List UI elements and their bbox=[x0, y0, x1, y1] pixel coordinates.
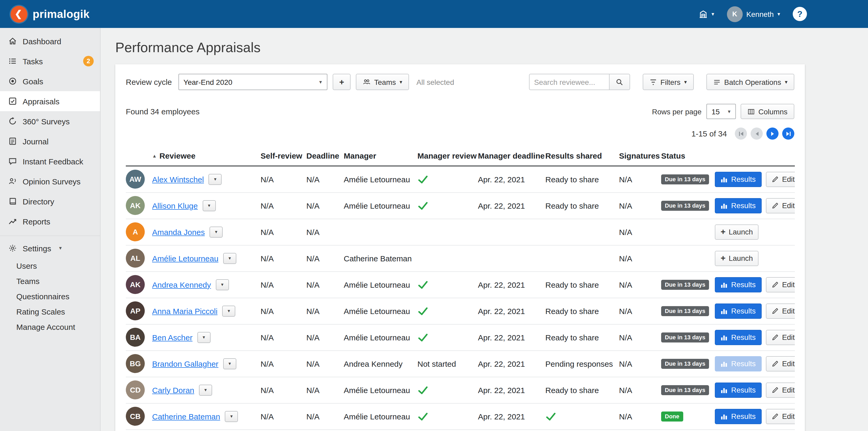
sidebar-item-dashboard[interactable]: Dashboard bbox=[0, 31, 100, 51]
reviewee-link[interactable]: Alex Wintschel bbox=[152, 175, 204, 184]
edit-button[interactable]: Edit bbox=[766, 382, 795, 398]
first-page-button[interactable] bbox=[735, 127, 747, 140]
sidebar-item-settings[interactable]: Settings ▾ bbox=[0, 238, 100, 258]
sidebar-item-appraisals[interactable]: Appraisals bbox=[0, 91, 100, 111]
sidebar-item-reports[interactable]: Reports bbox=[0, 211, 100, 231]
header-reviewee[interactable]: ▲Reviewee bbox=[152, 147, 260, 166]
teams-filter-button[interactable]: Teams ▾ bbox=[356, 74, 409, 90]
brand-logo[interactable]: ❮ primalogik bbox=[10, 5, 100, 22]
people-icon bbox=[363, 78, 371, 86]
results-button[interactable]: Results bbox=[715, 303, 762, 318]
last-page-button[interactable] bbox=[782, 127, 794, 140]
self-review-cell: N/A bbox=[260, 192, 306, 219]
sidebar-item-users[interactable]: Users bbox=[0, 258, 100, 274]
green-check-icon bbox=[545, 411, 556, 422]
edit-button[interactable]: Edit bbox=[766, 198, 795, 213]
batch-operations-button[interactable]: Batch Operations ▾ bbox=[706, 74, 794, 90]
row-menu-button[interactable]: ▾ bbox=[216, 279, 229, 290]
found-count-text: Found 34 employees bbox=[126, 107, 199, 116]
sidebar-item-360-surveys[interactable]: 360° Surveys bbox=[0, 111, 100, 131]
edit-button[interactable]: Edit bbox=[766, 356, 795, 371]
sidebar-item-instant-feedback[interactable]: Instant Feedback bbox=[0, 151, 100, 171]
sidebar-item-rating-scales[interactable]: Rating Scales bbox=[0, 304, 100, 319]
edit-button[interactable]: Edit bbox=[766, 409, 795, 424]
next-page-icon bbox=[770, 131, 775, 136]
results-shared-cell: Ready to share bbox=[545, 192, 619, 219]
status-cell: Due in 13 days bbox=[661, 271, 715, 298]
sidebar-item-tasks[interactable]: Tasks 2 bbox=[0, 51, 100, 71]
organization-menu[interactable]: ▾ bbox=[699, 9, 714, 19]
manager-deadline-cell: Apr. 22, 2021 bbox=[478, 192, 545, 219]
reviewee-link[interactable]: Ben Ascher bbox=[152, 333, 192, 342]
bar-chart-icon bbox=[721, 176, 727, 183]
sidebar-item-teams[interactable]: Teams bbox=[0, 274, 100, 289]
columns-button[interactable]: Columns bbox=[741, 104, 795, 119]
deadline-cell: N/A bbox=[306, 192, 344, 219]
summary-row: Found 34 employees Rows per page 15 ▾ Co… bbox=[126, 104, 794, 119]
sidebar-item-questionnaires[interactable]: Questionnaires bbox=[0, 289, 100, 304]
results-button[interactable]: Results bbox=[715, 172, 762, 187]
results-button[interactable]: Results bbox=[715, 356, 762, 371]
reviewee-link[interactable]: Catherine Bateman bbox=[152, 412, 220, 421]
previous-page-button[interactable] bbox=[751, 127, 763, 140]
row-menu-button[interactable]: ▾ bbox=[225, 411, 238, 422]
header-status[interactable]: Status bbox=[661, 147, 715, 166]
results-button[interactable]: Results bbox=[715, 277, 762, 292]
edit-button[interactable]: Edit bbox=[766, 172, 795, 187]
row-menu-button[interactable]: ▾ bbox=[223, 253, 236, 264]
results-button[interactable]: Results bbox=[715, 329, 762, 345]
row-menu-button[interactable]: ▾ bbox=[222, 305, 235, 316]
search-input[interactable] bbox=[529, 74, 609, 90]
filters-button[interactable]: Filters ▾ bbox=[643, 74, 693, 90]
sidebar-item-opinion-surveys[interactable]: Opinion Surveys bbox=[0, 171, 100, 191]
header-results-shared[interactable]: Results shared bbox=[545, 147, 619, 166]
header-manager-review[interactable]: Manager review bbox=[417, 147, 478, 166]
edit-button[interactable]: Edit bbox=[766, 277, 795, 292]
results-button[interactable]: Results bbox=[715, 198, 762, 213]
reviewee-link[interactable]: Anna Maria Piccoli bbox=[152, 307, 217, 315]
row-menu-button[interactable]: ▾ bbox=[203, 200, 216, 211]
row-menu-button[interactable]: ▾ bbox=[209, 174, 222, 185]
status-cell: Due in 13 days bbox=[661, 350, 715, 377]
reviewee-link[interactable]: Brandon Gallagher bbox=[152, 359, 218, 368]
manager-cell: Amélie Letourneau bbox=[344, 271, 417, 298]
sidebar-item-goals[interactable]: Goals bbox=[0, 71, 100, 91]
header-manager-deadline[interactable]: Manager deadline bbox=[478, 147, 545, 166]
table-row: AAmanda Jones▾N/AN/AN/A+Launch bbox=[126, 219, 795, 245]
status-badge: Done bbox=[661, 411, 683, 422]
next-page-button[interactable] bbox=[767, 127, 778, 140]
rows-per-page-select[interactable]: 15 ▾ bbox=[706, 104, 736, 119]
review-cycle-select[interactable]: Year-End 2020 ▾ bbox=[178, 74, 327, 90]
row-menu-button[interactable]: ▾ bbox=[197, 332, 210, 343]
reviewee-link[interactable]: Andrea Kennedy bbox=[152, 280, 211, 289]
search-button[interactable] bbox=[609, 74, 630, 90]
header-self-review[interactable]: Self-review bbox=[260, 147, 306, 166]
reviewee-link[interactable]: Allison Kluge bbox=[152, 201, 198, 210]
help-button[interactable]: ? bbox=[793, 7, 807, 21]
launch-button[interactable]: +Launch bbox=[715, 224, 759, 239]
sort-ascending-icon: ▲ bbox=[152, 153, 157, 159]
reviewee-link[interactable]: Carly Doran bbox=[152, 385, 194, 394]
launch-button[interactable]: +Launch bbox=[715, 251, 759, 266]
shell: Dashboard Tasks 2 Goals Appraisals 360° … bbox=[0, 28, 868, 431]
edit-button[interactable]: Edit bbox=[766, 303, 795, 318]
edit-button[interactable]: Edit bbox=[766, 329, 795, 345]
cell-text: N/A bbox=[306, 227, 319, 236]
header-manager[interactable]: Manager bbox=[344, 147, 417, 166]
results-button[interactable]: Results bbox=[715, 382, 762, 398]
results-button[interactable]: Results bbox=[715, 409, 762, 424]
user-menu[interactable]: K Kenneth ▾ bbox=[727, 6, 780, 22]
row-menu-button[interactable]: ▾ bbox=[199, 384, 212, 396]
row-menu-button[interactable]: ▾ bbox=[210, 226, 223, 237]
directory-icon bbox=[8, 197, 17, 205]
row-menu-button[interactable]: ▾ bbox=[223, 358, 236, 369]
sidebar-item-journal[interactable]: Journal bbox=[0, 131, 100, 151]
reviewee-link[interactable]: Amanda Jones bbox=[152, 227, 205, 236]
header-signatures[interactable]: Signatures bbox=[619, 147, 661, 166]
sidebar-item-directory[interactable]: Directory bbox=[0, 191, 100, 211]
reviewee-link[interactable]: Amélie Letourneau bbox=[152, 254, 218, 263]
topbar: ❮ primalogik ▾ K Kenneth ▾ ? bbox=[0, 0, 868, 28]
add-cycle-button[interactable]: + bbox=[333, 74, 350, 90]
sidebar-item-manage-account[interactable]: Manage Account bbox=[0, 319, 100, 335]
header-deadline[interactable]: Deadline bbox=[306, 147, 344, 166]
